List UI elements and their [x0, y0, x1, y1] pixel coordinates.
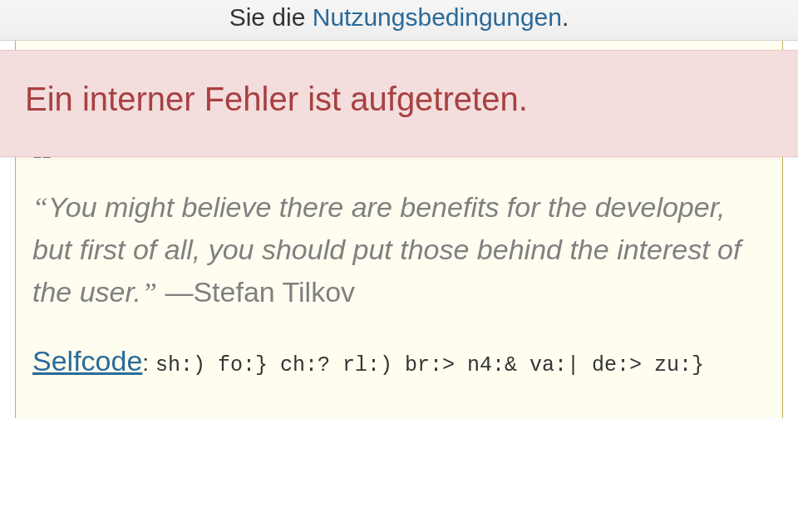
quote-dash: — — [165, 276, 193, 308]
quote-text: You might believe there are benefits for… — [32, 191, 741, 308]
quote-open: “ — [32, 192, 48, 223]
top-notice-bar: Sie die Nutzungsbedingungen. — [0, 0, 798, 41]
error-message-text: Ein interner Fehler ist aufgetreten. — [25, 81, 528, 117]
quote-author-wrap: —Stefan Tilkov — [165, 276, 355, 308]
selfcode-link[interactable]: Selfcode — [32, 345, 142, 377]
selfcode-separator: : — [142, 350, 155, 376]
terms-link[interactable]: Nutzungsbedingungen — [313, 3, 562, 31]
signature-quote: “You might believe there are benefits fo… — [32, 186, 766, 313]
error-banner: Ein interner Fehler ist aufgetreten. — [0, 50, 798, 157]
quote-author-name: Stefan Tilkov — [193, 276, 355, 308]
error-banner-wrapper: Ein interner Fehler ist aufgetreten. — [0, 42, 798, 157]
selfcode-value: sh:) fo:} ch:? rl:) br:> n4:& va:| de:> … — [155, 353, 704, 377]
top-notice-prefix: Sie die — [229, 3, 313, 31]
quote-close: ” — [141, 277, 157, 308]
top-notice-suffix: . — [562, 3, 569, 31]
selfcode-line: Selfcode: sh:) fo:} ch:? rl:) br:> n4:& … — [32, 345, 766, 377]
